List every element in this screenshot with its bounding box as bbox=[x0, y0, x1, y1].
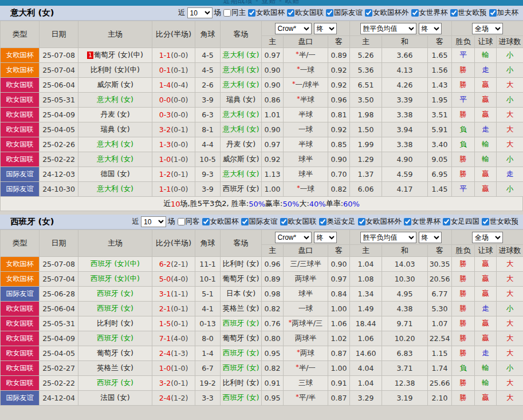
result-outcome: 平 bbox=[452, 48, 475, 63]
asian-handicap: 两球半 bbox=[284, 272, 328, 287]
league-filter-checkbox[interactable] bbox=[358, 218, 365, 225]
result-goals: 大 bbox=[497, 391, 523, 406]
match-date: 25-07-04 bbox=[40, 272, 78, 287]
same-venue-checkbox[interactable] bbox=[178, 218, 185, 225]
match-type-badge: 女欧国杯 bbox=[1, 257, 40, 272]
match-row: 欧女国联25-02-22意大利 (女)1-0(1-0)10-5威尔斯 (女)0.… bbox=[1, 152, 523, 167]
result-outcome: 負 bbox=[452, 361, 475, 376]
league-filter-checkbox[interactable] bbox=[241, 218, 249, 225]
home-team: 1葡萄牙 (女)(中) bbox=[78, 48, 152, 63]
match-type-badge: 欧女国联 bbox=[1, 346, 40, 361]
league-filter-checkbox[interactable] bbox=[450, 9, 458, 17]
asian-away-odds: 0.90 bbox=[328, 257, 350, 272]
asian-away-odds: 0.92 bbox=[328, 78, 350, 93]
match-row: 国际友谊24-12-03德国 (女)1-2(0-1)9-3意大利 (女)1.13… bbox=[1, 167, 523, 182]
league-filter-checkbox[interactable] bbox=[482, 218, 489, 225]
asian-home-odds: 0.96 bbox=[262, 257, 284, 272]
euro-win-odds: 1.37 bbox=[350, 167, 382, 182]
asian-handicap: 一球 bbox=[284, 302, 328, 316]
euro-lose-odds: 30.35 bbox=[428, 257, 452, 272]
col-header-2: 主场 bbox=[78, 21, 152, 48]
asian-away-odds: 0.96 bbox=[328, 93, 350, 108]
home-team: 英格兰 (女) bbox=[78, 361, 152, 376]
scope-select[interactable]: 全场 bbox=[472, 232, 503, 243]
league-filter-checkbox[interactable] bbox=[319, 218, 327, 225]
halftime-score: (0-1) bbox=[171, 66, 188, 74]
league-filter-checkbox[interactable] bbox=[202, 218, 210, 225]
league-filter-label: 加夫杯 bbox=[497, 8, 519, 18]
result-goals: 大 bbox=[497, 316, 523, 331]
league-filter-checkbox[interactable] bbox=[404, 218, 411, 225]
asian-home-odds: 0.90 bbox=[262, 63, 284, 78]
league-filter-checkbox[interactable] bbox=[443, 218, 450, 225]
league-filter-label: 世女欧预 bbox=[458, 8, 487, 18]
away-team-name: 意大利 (女) bbox=[223, 65, 259, 74]
odds-sub-header-2: 客 bbox=[328, 36, 350, 48]
euro-avg-select[interactable]: 胜平负均值 bbox=[360, 23, 416, 34]
match-count-select[interactable]: 10 bbox=[141, 216, 166, 227]
final-euro-select[interactable]: 终 bbox=[419, 232, 442, 243]
final-odds-select[interactable]: 终 bbox=[314, 23, 337, 34]
away-team-name: 日本 (女) bbox=[226, 289, 255, 298]
handicap-text: 球半 bbox=[298, 289, 313, 298]
euro-odds-group-header: 胜平负均值终 bbox=[350, 21, 452, 36]
same-venue-checkbox[interactable] bbox=[223, 9, 231, 17]
league-filter-checkbox[interactable] bbox=[411, 9, 419, 17]
result-outcome: 勝 bbox=[452, 152, 475, 167]
league-filter-checkbox[interactable] bbox=[248, 9, 255, 17]
bookmaker-select[interactable]: Crow* bbox=[275, 23, 312, 34]
halftime-score: (4-0) bbox=[171, 275, 188, 283]
asian-handicap: 三/三球半 bbox=[284, 257, 328, 272]
home-team-name: 比利时 (女) bbox=[97, 319, 133, 327]
top-nav-links[interactable]: 近期战绩 - 亚赔 - 欧赔 bbox=[0, 0, 523, 6]
league-filter-checkbox[interactable] bbox=[365, 9, 372, 17]
handicap-text: 半/一 bbox=[299, 363, 316, 372]
result-goals: 小 bbox=[497, 63, 523, 78]
home-team-name: 葡萄牙 (女)(中) bbox=[94, 50, 143, 59]
result-goals: 大 bbox=[497, 78, 523, 93]
euro-draw-odds: 4.17 bbox=[382, 182, 428, 197]
odds-sub-header-3: 主 bbox=[350, 36, 382, 48]
final-odds-select[interactable]: 终 bbox=[314, 232, 337, 243]
match-type-badge: 欧女国联 bbox=[1, 152, 40, 167]
summary-segment: 单率: bbox=[326, 199, 343, 209]
asian-handicap: *一/球半 bbox=[284, 78, 328, 93]
top-nav-bar: 近期战绩 - 亚赔 - 欧赔 bbox=[0, 0, 523, 6]
asian-away-odds: 0.90 bbox=[328, 152, 350, 167]
same-venue-label: 同客 bbox=[186, 217, 200, 227]
score: 0-3(0-0) bbox=[152, 108, 195, 122]
match-type-badge: 欧女国联 bbox=[1, 316, 40, 331]
away-team: 比利时 (女) bbox=[221, 257, 262, 272]
match-type-badge: 欧女国联 bbox=[1, 78, 40, 93]
euro-win-odds: 1.34 bbox=[350, 287, 382, 302]
near-label: 近 bbox=[132, 217, 140, 227]
score: 6-2(2-1) bbox=[152, 257, 195, 272]
odds-sub-header-1: 盘口 bbox=[284, 36, 328, 48]
scope-select[interactable]: 全场 bbox=[472, 23, 503, 34]
handicap-text: 一球 bbox=[298, 125, 313, 133]
result-handicap: 贏 bbox=[475, 331, 497, 346]
corner-count: 10-1 bbox=[195, 272, 221, 287]
match-count-select[interactable]: 10 bbox=[187, 7, 213, 18]
handicap-text: 一球 bbox=[298, 304, 313, 312]
home-team-name: 威尔斯 (女) bbox=[97, 80, 133, 89]
match-row: 欧女国联25-06-04西班牙 (女)2-1(0-1)4-1英格兰 (女)0.8… bbox=[1, 302, 523, 316]
final-euro-select[interactable]: 终 bbox=[419, 23, 442, 34]
home-team-name: 意大利 (女) bbox=[97, 154, 133, 163]
home-team-name: 意大利 (女) bbox=[97, 95, 133, 104]
bookmaker-select[interactable]: Crow* bbox=[275, 232, 312, 243]
score: 2-4(1-2) bbox=[152, 391, 195, 406]
fulltime-score: 0-3 bbox=[159, 110, 171, 119]
league-filter-checkbox[interactable] bbox=[326, 9, 333, 17]
away-team: 葡萄牙 (女) bbox=[221, 331, 262, 346]
handicap-text: 三/三球半 bbox=[290, 259, 321, 268]
euro-avg-select[interactable]: 胜平负均值 bbox=[360, 232, 416, 243]
league-filter-checkbox[interactable] bbox=[287, 9, 294, 17]
league-filter-checkbox[interactable] bbox=[280, 218, 288, 225]
match-row: 国际友谊25-06-28西班牙 (女)3-1(1-1)5-1日本 (女)0.98… bbox=[1, 287, 523, 302]
away-team-name: 英格兰 (女) bbox=[223, 304, 259, 312]
league-filter-checkbox[interactable] bbox=[489, 9, 497, 17]
col-header-4: 角球 bbox=[195, 230, 221, 257]
handicap-text: 两球半/三 bbox=[292, 319, 323, 327]
away-team-name: 比利时 (女) bbox=[223, 378, 259, 387]
